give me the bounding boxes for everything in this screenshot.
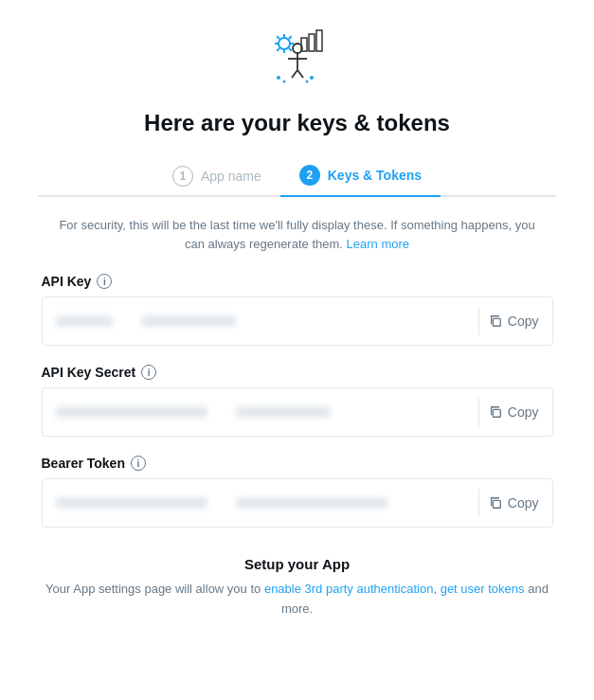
- svg-rect-3: [316, 30, 322, 51]
- api-key-group: API Key i Copy: [42, 274, 553, 346]
- page-container: Here are your keys & tokens 1 App name 2…: [0, 0, 594, 700]
- page-title: Here are your keys & tokens: [144, 110, 450, 136]
- bearer-token-label: Bearer Token i: [42, 456, 553, 471]
- bearer-token-info-icon[interactable]: i: [131, 456, 146, 471]
- setup-section: Setup your App Your App settings page wi…: [42, 556, 553, 619]
- bearer-token-blurred-2: [236, 497, 387, 509]
- svg-rect-2: [309, 34, 315, 51]
- svg-point-0: [279, 38, 290, 49]
- api-key-secret-value-area: [56, 406, 469, 418]
- content-area: API Key i Copy: [42, 274, 553, 547]
- copy-icon-1: [489, 314, 502, 328]
- svg-point-10: [282, 81, 285, 83]
- api-key-label: API Key i: [42, 274, 553, 289]
- bearer-token-blurred-1: [56, 497, 207, 509]
- bearer-token-group: Bearer Token i Copy: [42, 456, 553, 528]
- api-key-secret-info-icon[interactable]: i: [141, 365, 156, 380]
- api-key-secret-box: Copy: [42, 387, 553, 437]
- tab-1-number: 1: [172, 166, 193, 187]
- svg-rect-15: [493, 500, 500, 508]
- api-key-blurred-2: [141, 315, 236, 327]
- bearer-token-value-area: [56, 497, 469, 509]
- api-key-secret-label-text: API Key Secret: [42, 365, 136, 380]
- api-key-secret-label: API Key Secret i: [42, 365, 553, 380]
- copy-icon-2: [489, 405, 502, 419]
- api-key-blurred-1: [56, 315, 113, 327]
- api-key-value-area: [56, 315, 469, 327]
- svg-line-8: [297, 70, 303, 78]
- security-notice-text: For security, this will be the last time…: [59, 218, 534, 251]
- bearer-token-copy-button[interactable]: Copy: [489, 492, 539, 514]
- tab-keys-tokens[interactable]: 2 Keys & Tokens: [280, 155, 441, 197]
- svg-point-11: [310, 76, 314, 80]
- security-notice: For security, this will be the last time…: [51, 216, 544, 253]
- api-key-copy-label: Copy: [508, 314, 539, 329]
- enable-3rd-party-link[interactable]: enable 3rd party authentication: [264, 582, 434, 596]
- svg-point-9: [277, 76, 280, 80]
- bearer-token-label-text: Bearer Token: [42, 456, 125, 471]
- api-key-box: Copy: [42, 296, 553, 346]
- tab-1-label: App name: [201, 169, 261, 184]
- hero-icon: [260, 23, 335, 99]
- svg-rect-14: [493, 409, 500, 417]
- api-key-secret-divider: [478, 398, 479, 426]
- svg-point-12: [305, 81, 308, 83]
- api-key-secret-blurred-2: [236, 406, 331, 418]
- api-key-secret-group: API Key Secret i Copy: [42, 365, 553, 437]
- learn-more-link[interactable]: Learn more: [347, 237, 409, 251]
- get-user-tokens-link[interactable]: get user tokens: [441, 582, 525, 596]
- api-key-secret-copy-label: Copy: [508, 404, 539, 420]
- api-key-secret-copy-button[interactable]: Copy: [489, 401, 539, 423]
- tab-2-number: 2: [299, 165, 320, 186]
- setup-desc-text: Your App settings page will allow you to: [45, 582, 261, 596]
- svg-line-7: [292, 70, 297, 78]
- tabs-row: 1 App name 2 Keys & Tokens: [38, 153, 556, 197]
- setup-title: Setup your App: [42, 556, 553, 572]
- bearer-token-box: Copy: [42, 478, 553, 528]
- tab-app-name[interactable]: 1 App name: [153, 156, 280, 196]
- api-key-copy-button[interactable]: Copy: [489, 310, 539, 332]
- svg-rect-13: [493, 318, 500, 326]
- setup-comma: ,: [433, 582, 440, 596]
- bearer-token-divider: [478, 489, 479, 517]
- setup-description: Your App settings page will allow you to…: [42, 580, 553, 619]
- tab-2-label: Keys & Tokens: [328, 168, 422, 183]
- api-key-info-icon[interactable]: i: [97, 274, 112, 289]
- api-key-divider: [478, 307, 479, 335]
- copy-icon-3: [489, 496, 502, 510]
- api-key-secret-blurred-1: [56, 406, 207, 418]
- bearer-token-copy-label: Copy: [508, 495, 539, 511]
- api-key-label-text: API Key: [42, 274, 92, 289]
